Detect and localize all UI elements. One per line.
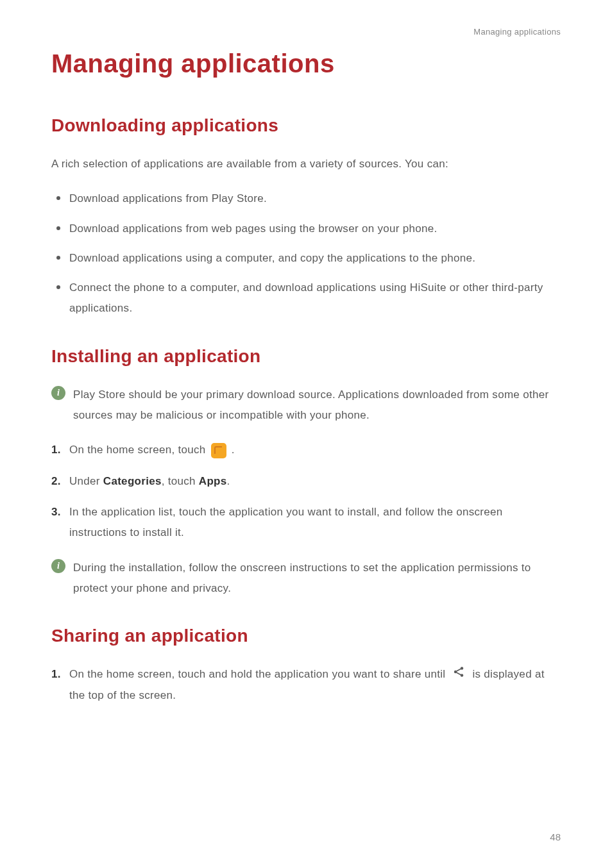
step-text: Under [69,475,103,487]
downloading-bullet-list: Download applications from Play Store. D… [51,188,561,319]
step-number: 1. [51,440,61,460]
files-app-icon [211,443,226,458]
downloading-intro: A rich selection of applications are ava… [51,154,561,174]
list-item: Connect the phone to a computer, and dow… [51,278,561,319]
step-number: 2. [51,471,61,492]
step-text: On the home screen, touch and hold the a… [69,668,448,680]
info-callout: During the installation, follow the onsc… [51,558,561,599]
list-item: Download applications from Play Store. [51,188,561,209]
section-heading-installing: Installing an application [51,346,561,367]
page-number: 48 [550,831,561,842]
list-item: 2. Under Categories, touch Apps. [51,471,561,492]
installing-steps-list: 1. On the home screen, touch . 2. Under … [51,440,561,543]
svg-line-3 [457,669,461,671]
section-heading-downloading: Downloading applications [51,115,561,136]
info-icon [51,386,65,400]
list-item: Download applications from web pages usi… [51,219,561,239]
svg-line-4 [457,672,461,675]
step-number: 3. [51,502,61,522]
section-heading-sharing: Sharing an application [51,626,561,646]
sharing-steps-list: 1. On the home screen, touch and hold th… [51,664,561,706]
list-item: 3. In the application list, touch the ap… [51,502,561,544]
step-number: 1. [51,664,61,685]
step-text: . [227,475,230,487]
step-text: On the home screen, touch [69,444,209,456]
info-callout: Play Store should be your primary downlo… [51,385,561,426]
info-text: Play Store should be your primary downlo… [73,385,561,426]
step-text: In the application list, touch the appli… [69,506,503,538]
info-text: During the installation, follow the onsc… [73,558,561,599]
step-text: , touch [162,475,199,487]
step-text: . [232,444,235,456]
list-item: 1. On the home screen, touch and hold th… [51,664,561,706]
categories-label: Categories [103,475,162,487]
share-icon [452,665,465,685]
running-header: Managing applications [51,27,561,37]
list-item: Download applications using a computer, … [51,248,561,269]
info-icon [51,559,65,573]
page-title: Managing applications [51,49,561,78]
list-item: 1. On the home screen, touch . [51,440,561,460]
apps-label: Apps [199,475,227,487]
